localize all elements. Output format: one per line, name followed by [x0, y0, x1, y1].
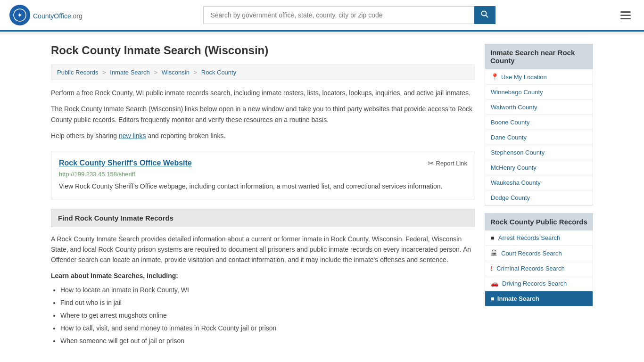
find-records-description: A Rock County Inmate Search provides det… [51, 234, 475, 265]
main-container: Rock County Inmate Search (Wisconsin) Pu… [44, 34, 600, 358]
intro-paragraph-2: The Rock County Inmate Search (Wisconsin… [51, 104, 475, 125]
sidebar: Inmate Search near Rock County 📍 Use My … [485, 44, 593, 349]
pub-rec-driving: 🚗 Driving Records Search [485, 276, 593, 291]
public-records-box: Rock County Public Records ■ Arrest Reco… [485, 213, 593, 306]
learn-bullets: How to locate an inmate in Rock County, … [51, 285, 475, 346]
link-card-url: http://199.233.45.158/sheriff [59, 171, 467, 178]
link-card-header: Rock County Sheriff's Office Website ✂ R… [59, 159, 467, 168]
nearby-county-dane: Dane County [485, 130, 593, 145]
court-icon: 🏛 [491, 249, 497, 257]
page-title: Rock County Inmate Search (Wisconsin) [51, 44, 475, 57]
criminal-records-link[interactable]: Criminal Records Search [496, 265, 565, 272]
pub-rec-criminal: ! Criminal Records Search [485, 261, 593, 276]
nearby-county-winnebago: Winnebago County [485, 85, 593, 100]
nearby-inmate-box: Inmate Search near Rock County 📍 Use My … [485, 44, 593, 206]
menu-button[interactable] [617, 9, 635, 21]
link-card-description: View Rock County Sheriff's Office webpag… [59, 181, 467, 191]
svg-point-2 [482, 11, 487, 16]
nearby-heading: Inmate Search near Rock County [485, 44, 593, 69]
pub-rec-arrest: ■ Arrest Records Search [485, 230, 593, 246]
breadcrumb-link-wisconsin[interactable]: Wisconsin [162, 69, 190, 76]
scissors-icon: ✂ [428, 159, 434, 168]
arrest-records-link[interactable]: Arrest Records Search [498, 234, 561, 241]
breadcrumb-sep-3: > [194, 69, 198, 76]
nearby-county-dodge: Dodge County [485, 190, 593, 205]
breadcrumb: Public Records > Inmate Search > Wiscons… [51, 65, 475, 80]
find-records-heading: Find Rock County Inmate Records [51, 209, 475, 227]
search-button[interactable] [474, 6, 495, 24]
pub-rec-inmate-highlight: ■ Inmate Search [485, 291, 593, 306]
svg-line-3 [486, 16, 488, 18]
inmate-search-item: ■ Inmate Search [491, 295, 587, 302]
content-area: Rock County Inmate Search (Wisconsin) Pu… [51, 44, 475, 349]
search-input[interactable] [203, 6, 474, 24]
driving-records-link[interactable]: Driving Records Search [502, 280, 567, 287]
breadcrumb-link-public-records[interactable]: Public Records [57, 69, 98, 76]
pub-rec-court: 🏛 Court Records Search [485, 246, 593, 261]
list-item: How to call, visit, and send money to in… [60, 323, 475, 333]
link-card-sheriff: Rock County Sheriff's Office Website ✂ R… [51, 151, 475, 199]
intro-paragraph-3: Help others by sharing new links and rep… [51, 131, 475, 141]
location-icon: 📍 [491, 73, 499, 81]
use-location-item: 📍 Use My Location [485, 69, 593, 85]
nearby-county-waukesha: Waukesha County [485, 175, 593, 190]
intro-paragraph-1: Perform a free Rock County, WI public in… [51, 88, 475, 98]
court-records-link[interactable]: Court Records Search [501, 250, 562, 257]
search-bar [203, 6, 495, 24]
breadcrumb-link-rock-county[interactable]: Rock County [201, 69, 236, 76]
nearby-county-boone: Boone County [485, 115, 593, 130]
list-item: How to locate an inmate in Rock County, … [60, 285, 475, 295]
driving-icon: 🚗 [491, 280, 498, 287]
site-header: ✦ CountyOffice.org [0, 0, 644, 32]
inmate-icon: ■ [491, 295, 495, 302]
list-item: Find out who is in jail [60, 298, 475, 308]
logo-text: CountyOffice.org [33, 10, 83, 21]
logo-icon: ✦ [9, 5, 30, 25]
public-records-list: ■ Arrest Records Search 🏛 Court Records … [485, 230, 593, 306]
nearby-county-walworth: Walworth County [485, 100, 593, 115]
find-records-section: Find Rock County Inmate Records A Rock C… [51, 209, 475, 346]
nearby-county-stephenson: Stephenson County [485, 145, 593, 160]
new-links-link[interactable]: new links [119, 132, 146, 140]
link-card-title[interactable]: Rock County Sheriff's Office Website [59, 159, 192, 167]
nearby-list: 📍 Use My Location Winnebago County Walwo… [485, 69, 593, 206]
logo-area: ✦ CountyOffice.org [9, 5, 83, 25]
breadcrumb-sep-1: > [102, 69, 106, 76]
criminal-icon: ! [491, 265, 493, 272]
arrest-icon: ■ [491, 234, 495, 241]
public-records-heading: Rock County Public Records [485, 213, 593, 230]
nearby-county-mchenry: McHenry County [485, 160, 593, 175]
list-item: Where to get arrest mugshots online [60, 311, 475, 321]
use-location-link[interactable]: Use My Location [501, 74, 547, 81]
svg-text:✦: ✦ [17, 11, 23, 19]
list-item: When someone will get out of jail or pri… [60, 336, 475, 346]
report-link-button[interactable]: ✂ Report Link [428, 159, 467, 168]
breadcrumb-link-inmate-search[interactable]: Inmate Search [110, 69, 150, 76]
inmate-search-link[interactable]: Inmate Search [497, 295, 539, 302]
learn-heading: Learn about Inmate Searches, including: [51, 272, 475, 280]
breadcrumb-sep-2: > [154, 69, 157, 76]
